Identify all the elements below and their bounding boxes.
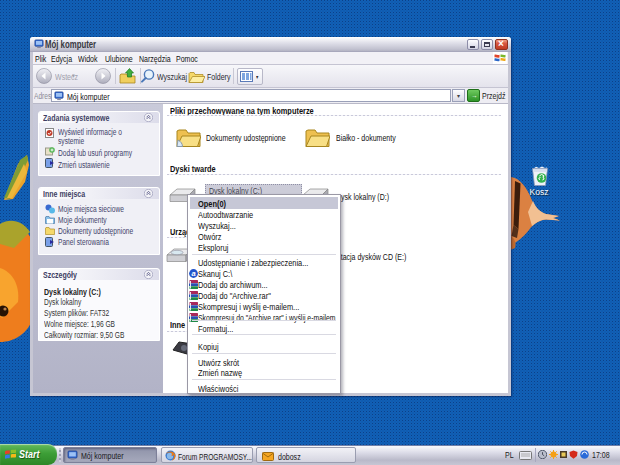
svg-text:a: a (191, 269, 195, 278)
